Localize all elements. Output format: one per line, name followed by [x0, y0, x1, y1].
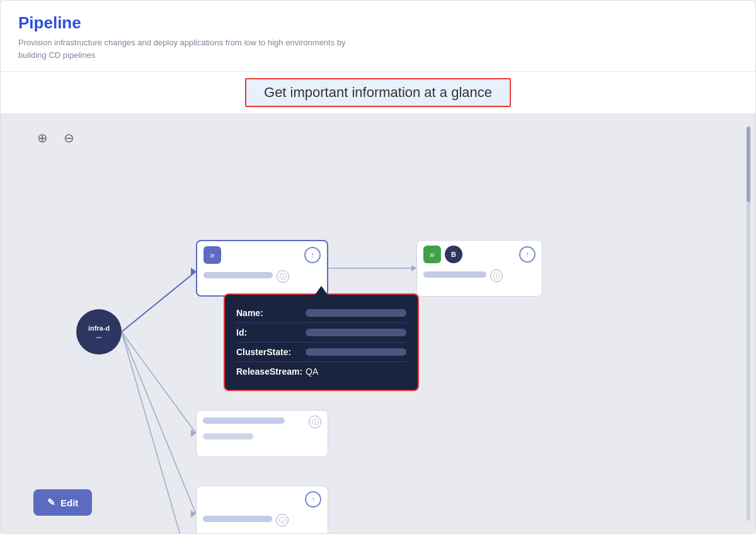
pipeline-canvas: ⊕ ⊖ infra-d ... » ↑ ⓘ » B — [1, 114, 755, 533]
tooltip-popup: Name: Id: ClusterState: ReleaseStream: Q… — [224, 293, 419, 391]
tooltip-name-value — [306, 309, 406, 317]
svg-marker-5 — [411, 265, 416, 271]
card-mid-bar — [203, 418, 285, 424]
glance-text: Get important information at a glance — [245, 78, 511, 107]
page-header: Pipeline Provision infrastructure change… — [1, 1, 755, 72]
tooltip-release-value: QA — [306, 366, 318, 377]
tooltip-release-row: ReleaseStream: QA — [236, 362, 406, 381]
zoom-controls: ⊕ ⊖ — [33, 129, 77, 147]
edit-label: Edit — [60, 497, 78, 508]
tooltip-id-value — [306, 329, 406, 336]
tooltip-arrow — [315, 286, 328, 295]
card-right-bar — [423, 271, 486, 278]
scrollbar-thumb[interactable] — [747, 127, 750, 202]
svg-line-0 — [122, 271, 196, 332]
card-top-right-row: » B ↑ — [423, 246, 536, 263]
tooltip-id-label: Id: — [236, 327, 306, 338]
zoom-out-button[interactable]: ⊖ — [60, 129, 77, 147]
tooltip-cluster-label: ClusterState: — [236, 347, 306, 357]
scrollbar-track[interactable] — [747, 127, 750, 521]
infra-node[interactable]: infra-d ... — [76, 309, 122, 355]
svg-line-1 — [122, 332, 196, 433]
card-bot1[interactable]: ↑ ⓘ — [196, 486, 328, 533]
svg-line-3 — [122, 332, 196, 533]
card-info-icon[interactable]: ⓘ — [277, 270, 289, 283]
svg-marker-6 — [191, 268, 196, 275]
card-upload-icon: ↑ — [304, 247, 321, 263]
card-bot1-info-icon[interactable]: ⓘ — [276, 514, 289, 526]
card-bot1-upload-icon: ↑ — [305, 491, 321, 508]
card-purple-icon: » — [203, 246, 221, 264]
infra-node-label: infra-d — [88, 324, 110, 332]
card-top-left[interactable]: » ↑ ⓘ — [196, 240, 328, 297]
card-mid-left[interactable]: ⓘ — [196, 410, 328, 457]
card-mid-info-icon[interactable]: ⓘ — [309, 416, 321, 428]
card-name-bar — [203, 272, 273, 278]
infra-node-sublabel: ... — [96, 332, 101, 339]
card-b-badge: B — [445, 246, 462, 263]
card-green-icon: » — [423, 246, 441, 263]
page-title: Pipeline — [18, 13, 738, 33]
zoom-in-button[interactable]: ⊕ — [33, 129, 51, 147]
tooltip-cluster-row: ClusterState: — [236, 343, 406, 362]
card-top-row: » ↑ — [203, 246, 321, 264]
card-right-info-icon[interactable]: ⓘ — [490, 270, 503, 282]
svg-marker-7 — [191, 429, 196, 437]
edit-button[interactable]: ✎ Edit — [33, 489, 92, 516]
card-mid-sub-bar — [203, 433, 253, 440]
card-bot1-top-row: ↑ — [203, 491, 321, 508]
card-top-right[interactable]: » B ↑ ⓘ — [416, 240, 542, 297]
svg-line-2 — [122, 332, 196, 514]
tooltip-cluster-value — [306, 348, 406, 356]
tooltip-name-label: Name: — [236, 308, 306, 318]
edit-icon: ✎ — [47, 497, 55, 508]
page-description: Provision infrastructure changes and dep… — [18, 37, 365, 61]
card-right-upload-icon: ↑ — [519, 246, 536, 263]
tooltip-release-label: ReleaseStream: — [236, 366, 306, 377]
tooltip-id-row: Id: — [236, 323, 406, 343]
glance-banner: Get important information at a glance — [1, 72, 755, 114]
tooltip-name-row: Name: — [236, 304, 406, 323]
svg-marker-8 — [191, 510, 196, 518]
card-bot1-bar — [203, 516, 272, 522]
